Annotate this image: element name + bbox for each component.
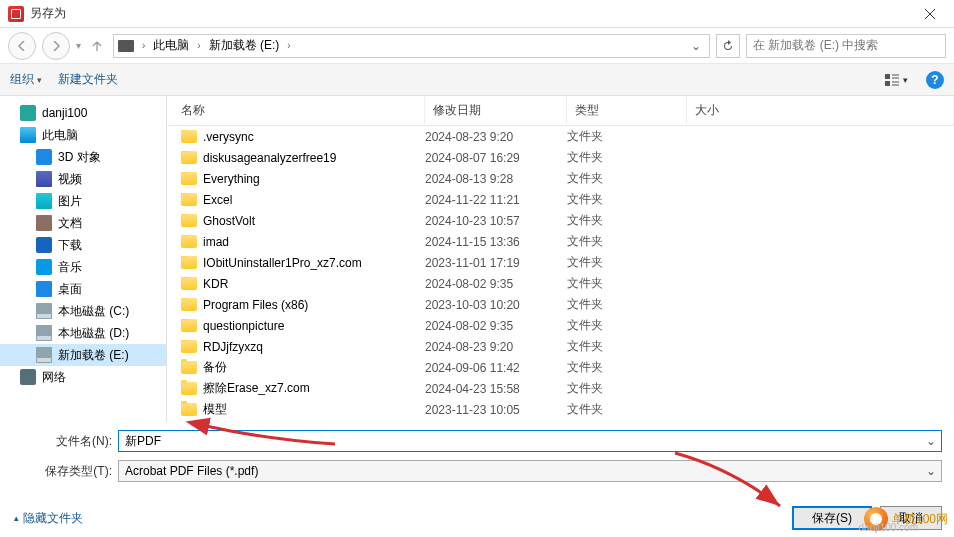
sidebar-item[interactable]: 3D 对象 — [0, 146, 166, 168]
folder-icon — [181, 340, 197, 353]
organize-button[interactable]: 组织 ▾ — [10, 71, 42, 88]
savetype-field[interactable]: Acrobat PDF Files (*.pdf) ⌄ — [118, 460, 942, 482]
sidebar[interactable]: danji100此电脑3D 对象视频图片文档下载音乐桌面本地磁盘 (C:)本地磁… — [0, 96, 167, 422]
folder-icon — [181, 193, 197, 206]
file-name: 擦除Erase_xz7.com — [203, 380, 310, 397]
main-area: danji100此电脑3D 对象视频图片文档下载音乐桌面本地磁盘 (C:)本地磁… — [0, 96, 954, 422]
file-name: Excel — [203, 193, 232, 207]
address-bar[interactable]: › 此电脑 › 新加载卷 (E:) › ⌄ — [113, 34, 710, 58]
new-folder-button[interactable]: 新建文件夹 — [58, 71, 118, 88]
file-date: 2024-11-15 13:36 — [425, 235, 567, 249]
file-date: 2023-11-23 10:05 — [425, 403, 567, 417]
sidebar-icon — [36, 237, 52, 253]
sidebar-item[interactable]: 网络 — [0, 366, 166, 388]
path-this-pc[interactable]: 此电脑 — [149, 35, 193, 57]
refresh-button[interactable] — [716, 34, 740, 58]
sidebar-item[interactable]: 图片 — [0, 190, 166, 212]
sidebar-icon — [36, 193, 52, 209]
sidebar-item[interactable]: 文档 — [0, 212, 166, 234]
file-row[interactable]: Excel2024-11-22 11:21文件夹 — [167, 189, 954, 210]
file-row[interactable]: .verysync2024-08-23 9:20文件夹 — [167, 126, 954, 147]
view-options-button[interactable]: ▾ — [882, 68, 910, 92]
chevron-right-icon[interactable]: › — [285, 40, 292, 51]
savetype-dropdown[interactable]: ⌄ — [923, 463, 939, 479]
sidebar-label: danji100 — [42, 106, 87, 120]
sidebar-item[interactable]: 音乐 — [0, 256, 166, 278]
chevron-right-icon[interactable]: › — [195, 40, 202, 51]
file-type: 文件夹 — [567, 317, 687, 334]
file-row[interactable]: KDR2024-08-02 9:35文件夹 — [167, 273, 954, 294]
sidebar-icon — [20, 105, 36, 121]
sidebar-item[interactable]: 此电脑 — [0, 124, 166, 146]
file-row[interactable]: 模型2023-11-23 10:05文件夹 — [167, 399, 954, 420]
folder-icon — [181, 151, 197, 164]
file-date: 2024-08-02 9:35 — [425, 319, 567, 333]
sidebar-label: 文档 — [58, 215, 82, 232]
filename-input[interactable] — [125, 434, 935, 448]
address-dropdown[interactable]: ⌄ — [687, 39, 705, 53]
hide-folders-button[interactable]: ▴ 隐藏文件夹 — [14, 510, 83, 527]
chevron-right-icon[interactable]: › — [140, 40, 147, 51]
sidebar-item[interactable]: 视频 — [0, 168, 166, 190]
recent-dropdown[interactable]: ▾ — [76, 40, 81, 51]
sidebar-label: 网络 — [42, 369, 66, 386]
folder-icon — [181, 382, 197, 395]
col-date[interactable]: 修改日期 — [425, 96, 567, 125]
file-row[interactable]: diskusageanalyzerfree192024-08-07 16:29文… — [167, 147, 954, 168]
file-type: 文件夹 — [567, 275, 687, 292]
sidebar-icon — [36, 149, 52, 165]
close-button[interactable] — [910, 0, 950, 28]
arrow-right-icon — [51, 41, 61, 51]
back-button[interactable] — [8, 32, 36, 60]
up-button[interactable] — [87, 36, 107, 56]
file-row[interactable]: IObitUninstaller1Pro_xz7.com2023-11-01 1… — [167, 252, 954, 273]
file-name: GhostVolt — [203, 214, 255, 228]
file-type: 文件夹 — [567, 170, 687, 187]
filename-dropdown[interactable]: ⌄ — [923, 433, 939, 449]
file-name: 备份 — [203, 359, 227, 376]
file-row[interactable]: RDJjfzyxzq2024-08-23 9:20文件夹 — [167, 336, 954, 357]
search-input[interactable]: 在 新加载卷 (E:) 中搜索 — [746, 34, 946, 58]
file-date: 2024-08-07 16:29 — [425, 151, 567, 165]
file-type: 文件夹 — [567, 212, 687, 229]
folder-icon — [181, 298, 197, 311]
path-drive[interactable]: 新加载卷 (E:) — [205, 35, 284, 57]
forward-button[interactable] — [42, 32, 70, 60]
file-date: 2024-08-23 9:20 — [425, 340, 567, 354]
file-row[interactable]: Everything2024-08-13 9:28文件夹 — [167, 168, 954, 189]
file-row[interactable]: questionpicture2024-08-02 9:35文件夹 — [167, 315, 954, 336]
file-row[interactable]: imad2024-11-15 13:36文件夹 — [167, 231, 954, 252]
file-row[interactable]: 擦除Erase_xz7.com2024-04-23 15:58文件夹 — [167, 378, 954, 399]
arrow-up-icon — [91, 40, 103, 52]
file-row[interactable]: GhostVolt2024-10-23 10:57文件夹 — [167, 210, 954, 231]
sidebar-item[interactable]: 桌面 — [0, 278, 166, 300]
sidebar-item[interactable]: 本地磁盘 (C:) — [0, 300, 166, 322]
col-size[interactable]: 大小 — [687, 96, 954, 125]
file-name: imad — [203, 235, 229, 249]
file-type: 文件夹 — [567, 338, 687, 355]
file-name: 模型 — [203, 401, 227, 418]
folder-icon — [181, 319, 197, 332]
file-list[interactable]: 名称 修改日期 类型 大小 .verysync2024-08-23 9:20文件… — [167, 96, 954, 422]
col-name[interactable]: 名称 — [167, 96, 425, 125]
help-button[interactable]: ? — [926, 71, 944, 89]
sidebar-label: 新加载卷 (E:) — [58, 347, 129, 364]
sidebar-icon — [36, 215, 52, 231]
folder-icon — [181, 403, 197, 416]
file-row[interactable]: 备份2024-09-06 11:42文件夹 — [167, 357, 954, 378]
sidebar-item[interactable]: 本地磁盘 (D:) — [0, 322, 166, 344]
arrow-left-icon — [17, 41, 27, 51]
file-date: 2024-08-02 9:35 — [425, 277, 567, 291]
folder-icon — [181, 235, 197, 248]
file-name: questionpicture — [203, 319, 284, 333]
filename-field[interactable]: ⌄ — [118, 430, 942, 452]
file-row[interactable]: Program Files (x86)2023-10-03 10:20文件夹 — [167, 294, 954, 315]
sidebar-item[interactable]: danji100 — [0, 102, 166, 124]
sidebar-label: 视频 — [58, 171, 82, 188]
file-date: 2024-09-06 11:42 — [425, 361, 567, 375]
sidebar-item[interactable]: 下载 — [0, 234, 166, 256]
col-type[interactable]: 类型 — [567, 96, 687, 125]
sidebar-icon — [36, 259, 52, 275]
sidebar-item[interactable]: 新加载卷 (E:) — [0, 344, 166, 366]
sidebar-icon — [36, 325, 52, 341]
